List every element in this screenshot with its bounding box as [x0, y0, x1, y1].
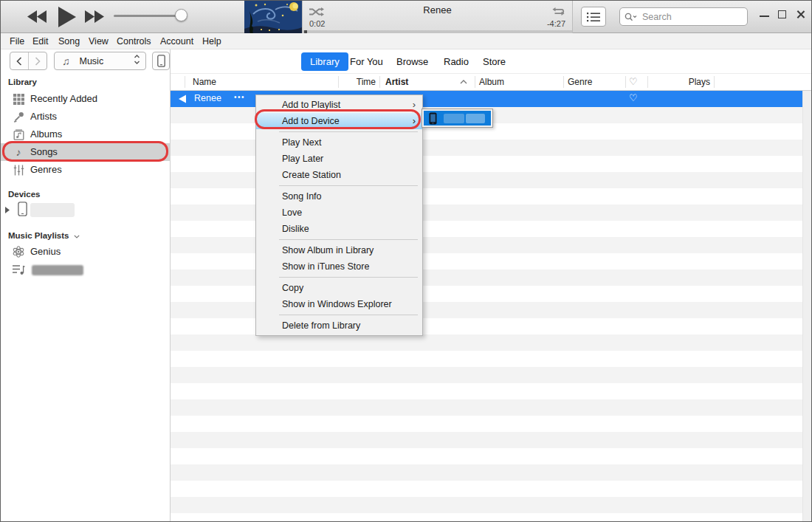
iphone-icon — [157, 55, 165, 67]
close-button[interactable] — [796, 10, 805, 19]
search-field[interactable] — [619, 7, 748, 26]
player-toolbar: Renee 0:02 -4:27 — [1, 1, 811, 33]
play-button[interactable] — [58, 7, 76, 30]
menu-account[interactable]: Account — [160, 36, 193, 47]
more-options-dots[interactable]: ••• — [234, 93, 245, 101]
tab-library[interactable]: Library — [301, 52, 348, 71]
context-menu-copy[interactable]: Copy — [256, 280, 422, 296]
playlist-name-redacted — [32, 265, 83, 275]
context-menu-add-to-device[interactable]: Add to Device › — [256, 113, 422, 129]
context-menu-dislike[interactable]: Dislike — [256, 221, 422, 237]
column-divider[interactable] — [563, 76, 564, 88]
scrollbar-track[interactable] — [802, 91, 812, 522]
loved-heart-icon[interactable]: ♡ — [629, 92, 638, 103]
column-divider[interactable] — [625, 76, 626, 88]
menu-separator — [279, 277, 418, 278]
submenu-device-item[interactable] — [424, 111, 491, 126]
repeat-icon[interactable] — [551, 6, 566, 19]
sidebar-item-playlist-redacted[interactable] — [1, 261, 171, 278]
sidebar-item-songs[interactable]: ♪ Songs — [1, 143, 171, 161]
menu-separator — [279, 239, 418, 240]
column-divider[interactable] — [338, 76, 339, 88]
playlist-icon — [12, 264, 25, 275]
expand-triangle-icon[interactable] — [5, 207, 10, 213]
sidebar-item-genres[interactable]: Genres — [1, 161, 171, 179]
column-header-time[interactable]: Time — [338, 77, 376, 87]
back-button[interactable] — [10, 52, 29, 69]
column-header-loved heart-icon[interactable]: ♡ — [629, 76, 638, 87]
minimize-button[interactable] — [760, 16, 769, 17]
context-menu-play-later[interactable]: Play Later — [256, 151, 422, 167]
menu-item-label: Play Next — [282, 137, 322, 148]
sidebar-item-label: Genius — [30, 246, 61, 257]
tab-browse[interactable]: Browse — [396, 56, 428, 67]
column-divider[interactable] — [647, 76, 648, 88]
column-divider[interactable] — [379, 76, 380, 88]
tab-store[interactable]: Store — [483, 56, 506, 67]
menu-separator — [279, 315, 418, 315]
device-button[interactable] — [152, 52, 170, 70]
menu-item-label: Play Later — [282, 154, 323, 164]
context-menu-delete-from-library[interactable]: Delete from Library — [256, 317, 422, 334]
media-kind-selector[interactable]: ♫ Music — [54, 52, 146, 70]
view-tabs: Library For You Browse Radio Store — [171, 49, 812, 73]
menu-item-label: Show in iTunes Store — [282, 261, 369, 272]
itunes-window: Renee 0:02 -4:27 — [0, 0, 812, 522]
context-menu-show-in-itunes-store[interactable]: Show in iTunes Store — [256, 258, 422, 275]
iphone-icon — [429, 112, 437, 125]
context-menu-show-album-in-library[interactable]: Show Album in Library — [256, 242, 422, 258]
context-menu-show-in-windows-explorer[interactable]: Show in Windows Explorer — [256, 296, 422, 312]
column-header-genre[interactable]: Genre — [568, 77, 592, 87]
context-menu-love[interactable]: Love — [256, 205, 422, 221]
music-note-icon: ♪ — [12, 146, 25, 158]
volume-slider-thumb[interactable] — [175, 9, 187, 21]
sort-ascending-icon[interactable] — [460, 80, 467, 84]
column-header-album[interactable]: Album — [479, 77, 504, 87]
menu-file[interactable]: File — [10, 36, 24, 47]
maximize-button[interactable] — [778, 10, 786, 18]
menu-edit[interactable]: Edit — [32, 36, 49, 47]
menu-item-label: Show in Windows Explorer — [282, 299, 392, 309]
menu-song[interactable]: Song — [58, 36, 80, 47]
context-menu-add-to-playlist[interactable]: Add to Playlist › — [256, 97, 422, 113]
menu-item-label: Song Info — [282, 191, 322, 202]
sidebar-device-row[interactable] — [1, 201, 171, 220]
column-header-plays[interactable]: Plays — [672, 77, 710, 87]
tab-for-you[interactable]: For You — [350, 56, 383, 67]
devices-section-header: Devices — [8, 190, 40, 199]
menu-bar: File Edit Song View Controls Account Hel… — [1, 33, 811, 49]
sidebar-item-genius[interactable]: Genius — [1, 243, 171, 261]
genius-atom-icon — [12, 246, 25, 258]
menu-item-label: Create Station — [282, 170, 341, 180]
column-divider[interactable] — [714, 76, 715, 88]
tab-radio[interactable]: Radio — [444, 56, 469, 67]
sidebar-item-artists[interactable]: Artists — [1, 108, 171, 126]
fast-forward-button[interactable] — [85, 10, 104, 26]
column-divider[interactable] — [185, 76, 185, 88]
rewind-button[interactable] — [27, 10, 47, 26]
menu-controls[interactable]: Controls — [117, 36, 151, 47]
forward-button[interactable] — [29, 52, 47, 69]
menu-item-label: Love — [282, 207, 302, 218]
context-menu-song-info[interactable]: Song Info — [256, 188, 422, 205]
context-menu-play-next[interactable]: Play Next — [256, 134, 422, 151]
menu-view[interactable]: View — [89, 36, 109, 47]
song-title: Renee — [194, 93, 221, 103]
menu-item-label: Dislike — [282, 224, 309, 234]
sidebar-item-recently-added[interactable]: Recently Added — [1, 90, 171, 108]
add-to-device-submenu — [422, 109, 493, 128]
now-playing-album-art — [244, 1, 302, 33]
column-header-artist[interactable]: Artist — [385, 77, 408, 87]
music-playlists-section-header[interactable]: Music Playlists — [8, 231, 80, 240]
chevron-down-icon[interactable] — [74, 235, 80, 238]
search-input[interactable] — [641, 11, 740, 23]
column-header-name[interactable]: Name — [193, 77, 216, 87]
section-header-label: Music Playlists — [8, 231, 69, 240]
context-menu-create-station[interactable]: Create Station — [256, 167, 422, 183]
up-next-list-button[interactable] — [581, 7, 606, 27]
genres-icon — [12, 164, 25, 176]
column-divider[interactable] — [475, 76, 475, 88]
search-icon[interactable] — [625, 13, 638, 21]
menu-help[interactable]: Help — [202, 36, 221, 47]
sidebar-item-albums[interactable]: Albums — [1, 126, 171, 143]
